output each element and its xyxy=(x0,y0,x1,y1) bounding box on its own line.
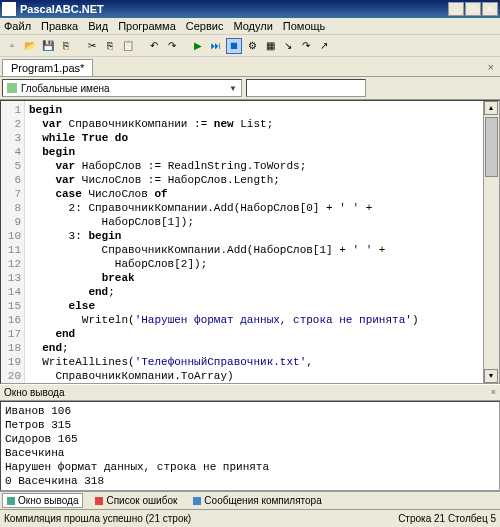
menu-view[interactable]: Вид xyxy=(88,20,108,32)
tab-output[interactable]: Окно вывода xyxy=(2,493,83,508)
vertical-scrollbar[interactable]: ▴ ▾ xyxy=(483,101,499,383)
tab-messages-label: Сообщения компилятора xyxy=(204,495,321,506)
maximize-button[interactable]: □ xyxy=(465,2,481,16)
run-icon[interactable]: ▶ xyxy=(190,38,206,54)
titlebar: PascalABC.NET _ □ × xyxy=(0,0,500,18)
output-tab-icon xyxy=(7,497,15,505)
undo-icon[interactable]: ↶ xyxy=(146,38,162,54)
copy-icon[interactable]: ⎘ xyxy=(102,38,118,54)
stepover-icon[interactable]: ↷ xyxy=(298,38,314,54)
tab-label: Program1.pas* xyxy=(11,62,84,74)
save-icon[interactable]: 💾 xyxy=(40,38,56,54)
paste-icon[interactable]: 📋 xyxy=(120,38,136,54)
editor: 123456789101112131415161718192021 begin … xyxy=(0,100,500,384)
tab-errors[interactable]: Список ошибок xyxy=(91,494,181,507)
window-title: PascalABC.NET xyxy=(20,3,448,15)
open-icon[interactable]: 📂 xyxy=(22,38,38,54)
bottom-tabs: Окно вывода Список ошибок Сообщения комп… xyxy=(0,491,500,509)
code-area[interactable]: begin var СправочникКомпании := new List… xyxy=(25,101,483,383)
scroll-up-icon[interactable]: ▴ xyxy=(484,101,498,115)
output-pane[interactable]: Иванов 106Петров 315Сидоров 165Васечкина… xyxy=(0,401,500,491)
scroll-thumb[interactable] xyxy=(485,117,498,177)
document-tabs: Program1.pas* × xyxy=(0,57,500,77)
output-pane-title: Окно вывода × xyxy=(0,384,500,401)
step-icon[interactable]: ⏭ xyxy=(208,38,224,54)
member-dropdown[interactable] xyxy=(246,79,366,97)
scroll-down-icon[interactable]: ▾ xyxy=(484,369,498,383)
scope-dropdown[interactable]: Глобальные имена xyxy=(2,79,242,97)
output-close-icon[interactable]: × xyxy=(491,387,496,398)
statusbar: Компиляция прошла успешно (21 строк) Стр… xyxy=(0,509,500,527)
app-icon xyxy=(2,2,16,16)
tab-close-icon[interactable]: × xyxy=(484,59,498,76)
tab-program1[interactable]: Program1.pas* xyxy=(2,59,93,76)
menu-help[interactable]: Помощь xyxy=(283,20,326,32)
minimize-button[interactable]: _ xyxy=(448,2,464,16)
menu-modules[interactable]: Модули xyxy=(233,20,272,32)
line-gutter: 123456789101112131415161718192021 xyxy=(1,101,25,383)
menu-file[interactable]: Файл xyxy=(4,20,31,32)
navigation-bar: Глобальные имена xyxy=(0,77,500,100)
build-icon[interactable]: ▦ xyxy=(262,38,278,54)
messages-tab-icon xyxy=(193,497,201,505)
stepinto-icon[interactable]: ↘ xyxy=(280,38,296,54)
stop-icon[interactable]: ⏹ xyxy=(226,38,242,54)
scope-icon xyxy=(7,83,17,93)
new-icon[interactable]: ▫ xyxy=(4,38,20,54)
tab-output-label: Окно вывода xyxy=(18,495,78,506)
menubar: Файл Правка Вид Программа Сервис Модули … xyxy=(0,18,500,35)
output-title: Окно вывода xyxy=(4,387,64,398)
stepout-icon[interactable]: ↗ xyxy=(316,38,332,54)
menu-edit[interactable]: Правка xyxy=(41,20,78,32)
status-position: Строка 21 Столбец 5 xyxy=(398,513,496,524)
menu-program[interactable]: Программа xyxy=(118,20,176,32)
close-button[interactable]: × xyxy=(482,2,498,16)
cut-icon[interactable]: ✂ xyxy=(84,38,100,54)
saveall-icon[interactable]: ⎘ xyxy=(58,38,74,54)
scope-label: Глобальные имена xyxy=(21,83,110,94)
toolbar: ▫ 📂 💾 ⎘ ✂ ⎘ 📋 ↶ ↷ ▶ ⏭ ⏹ ⚙ ▦ ↘ ↷ ↗ xyxy=(0,35,500,57)
redo-icon[interactable]: ↷ xyxy=(164,38,180,54)
menu-service[interactable]: Сервис xyxy=(186,20,224,32)
tab-messages[interactable]: Сообщения компилятора xyxy=(189,494,325,507)
compile-icon[interactable]: ⚙ xyxy=(244,38,260,54)
errors-tab-icon xyxy=(95,497,103,505)
status-left: Компиляция прошла успешно (21 строк) xyxy=(4,513,191,524)
tab-errors-label: Список ошибок xyxy=(106,495,177,506)
